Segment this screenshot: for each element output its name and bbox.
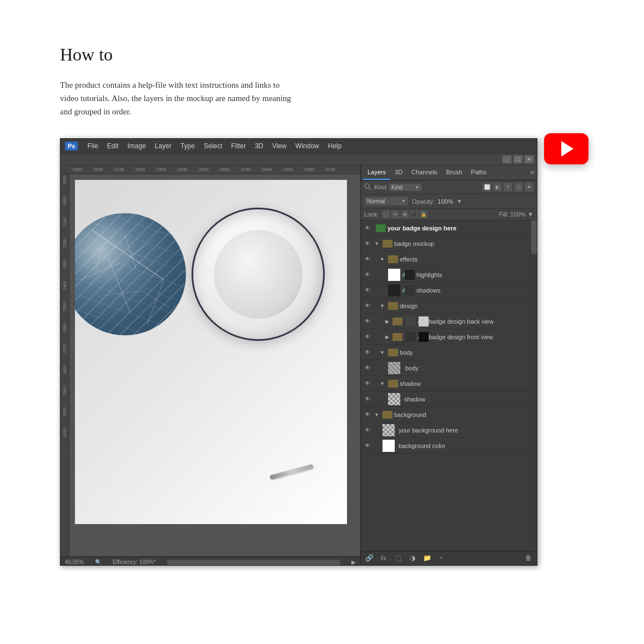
tab-brush[interactable]: Brush (442, 165, 467, 180)
tab-channels[interactable]: Channels (407, 165, 441, 180)
lock-icons: ⬚ ✏ ✥ ⬛ 🔒 (382, 210, 427, 218)
eye-icon[interactable]: 👁 (363, 224, 372, 233)
layer-item[interactable]: 👁 ▶ 🔗 badge design front view (361, 329, 537, 345)
expand-icon[interactable]: ▼ (380, 303, 386, 309)
tab-layers[interactable]: Layers (363, 165, 390, 180)
filter-adjustment-icon[interactable]: ◐ (493, 183, 502, 192)
layer-item[interactable]: 👁 ▼ body (361, 345, 537, 360)
expand-icon[interactable]: ▼ (374, 412, 381, 417)
youtube-button[interactable] (544, 133, 588, 164)
menu-type[interactable]: Type (177, 141, 199, 151)
eye-icon[interactable]: 👁 (363, 301, 372, 310)
menu-image[interactable]: Image (124, 141, 150, 151)
eye-icon[interactable]: 👁 (363, 317, 372, 326)
expand-icon[interactable]: ▼ (380, 256, 386, 262)
eye-icon[interactable]: 👁 (363, 286, 372, 295)
layer-item[interactable]: 👁 ▼ effects (361, 251, 537, 267)
ruler-vert-1: 1900 (63, 174, 67, 195)
canvas-content (75, 180, 347, 524)
menu-filter[interactable]: Filter (227, 141, 250, 151)
layer-item[interactable]: 👁 ▼ shadow (361, 376, 537, 391)
menu-help[interactable]: Help (324, 141, 346, 151)
layer-item[interactable]: 👁 ▼ background (361, 407, 537, 422)
canvas-area: 1900 2000 2100 2200 2300 2400 2500 2600 … (61, 165, 360, 565)
filter-type-icon[interactable]: T (504, 183, 512, 192)
tab-3d[interactable]: 3D (390, 165, 407, 180)
layer-item[interactable]: 👁 ▼ badge mockup (361, 236, 537, 251)
fill-label: Fill: 100% ▼ (499, 211, 534, 218)
eye-icon[interactable]: 👁 (363, 239, 372, 248)
expand-icon[interactable]: ▼ (380, 381, 386, 386)
ruler-vert-11: 2900 (63, 385, 67, 406)
zoom-level: 40,05% (65, 559, 84, 565)
panel-menu-icon[interactable]: ≡ (530, 168, 535, 177)
menu-select[interactable]: Select (200, 141, 226, 151)
filter-dropdown[interactable]: Kind ▼ (389, 183, 422, 192)
link-layers-icon[interactable]: 🔗 (364, 554, 374, 564)
eye-icon[interactable]: 👁 (363, 410, 372, 419)
window-controls: – □ ✕ (502, 155, 534, 163)
scrollbar-thumb[interactable] (531, 220, 537, 254)
eye-icon[interactable]: 👁 (363, 395, 372, 404)
canvas-with-ruler: 1900 2000 2100 2200 2300 2400 2500 2600 … (61, 174, 360, 556)
expand-icon[interactable]: ▶ (385, 334, 391, 340)
layer-item[interactable]: 👁 ▼ design (361, 298, 537, 314)
layer-item[interactable]: 👁 🔗 highlights (361, 267, 537, 283)
ruler-vert-4: 2200 (63, 238, 67, 259)
ruler-vert-2: 2000 (63, 195, 67, 217)
layer-effects-icon[interactable]: fx (379, 554, 389, 564)
menu-edit[interactable]: Edit (103, 141, 123, 151)
vertical-scrollbar[interactable] (531, 220, 537, 551)
filter-smart-icon[interactable]: ✦ (525, 183, 534, 192)
badge-pin (269, 464, 313, 480)
minimize-button[interactable]: – (502, 155, 511, 163)
menu-view[interactable]: View (268, 141, 290, 151)
eye-icon[interactable]: 👁 (363, 426, 372, 435)
delete-layer-icon[interactable]: 🗑 (524, 554, 534, 564)
layer-item[interactable]: 👁 your background here (361, 422, 537, 438)
lock-artboard-icon[interactable]: ⬛ (410, 210, 418, 218)
layer-item[interactable]: 👁 your badge design here (361, 220, 537, 236)
eye-icon[interactable]: 👁 (363, 255, 372, 264)
ruler-vert-13: 3100 (63, 427, 67, 449)
new-group-icon[interactable]: 📁 (422, 554, 432, 564)
eye-icon[interactable]: 👁 (363, 333, 372, 341)
opacity-dropdown-icon[interactable]: ▼ (457, 198, 462, 204)
menu-window[interactable]: Window (291, 141, 323, 151)
lock-transparent-icon[interactable]: ⬚ (382, 210, 390, 218)
lock-move-icon[interactable]: ✥ (401, 210, 409, 218)
expand-icon[interactable]: ▼ (374, 241, 381, 246)
layer-item[interactable]: 👁 background color (361, 438, 537, 454)
adjustment-layer-icon[interactable]: ◑ (407, 554, 417, 564)
layer-name: body (400, 349, 413, 356)
layer-item[interactable]: 👁 ▶ 🔗 badge design back view (361, 314, 537, 329)
eye-icon[interactable]: 👁 (363, 379, 372, 388)
eye-icon[interactable]: 👁 (363, 270, 372, 279)
layer-item[interactable]: 👁 body (361, 360, 537, 376)
main-area: 1900 2000 2100 2200 2300 2400 2500 2600 … (61, 165, 537, 565)
menu-file[interactable]: File (83, 141, 102, 151)
horizontal-scrollbar[interactable] (167, 560, 340, 565)
filter-pixel-icon[interactable]: ⬜ (482, 183, 491, 192)
eye-icon[interactable]: 👁 (363, 348, 372, 357)
white-badge (192, 208, 325, 341)
eye-icon[interactable]: 👁 (363, 364, 372, 373)
blend-mode-dropdown[interactable]: Normal ▼ (364, 197, 409, 206)
lock-all-icon[interactable]: 🔒 (420, 210, 427, 218)
layer-item[interactable]: 👁 🔗 shadows (361, 283, 537, 298)
eye-icon[interactable]: 👁 (363, 441, 372, 450)
expand-icon[interactable]: ▶ (385, 319, 391, 324)
close-button[interactable]: ✕ (525, 155, 534, 163)
add-mask-icon[interactable]: ⬚ (393, 554, 403, 564)
expand-icon[interactable]: ▼ (380, 350, 386, 355)
new-layer-icon[interactable]: + (436, 554, 446, 564)
layer-item[interactable]: 👁 shadow (361, 391, 537, 407)
menu-layer[interactable]: Layer (151, 141, 175, 151)
folder-icon (388, 302, 398, 310)
filter-shape-icon[interactable]: ⬡ (514, 183, 523, 192)
maximize-button[interactable]: □ (514, 155, 522, 163)
menu-3d[interactable]: 3D (251, 141, 267, 151)
lock-paint-icon[interactable]: ✏ (391, 210, 399, 218)
tab-paths[interactable]: Paths (466, 165, 491, 180)
layers-list[interactable]: 👁 your badge design here 👁 ▼ badge mocku… (361, 220, 537, 551)
